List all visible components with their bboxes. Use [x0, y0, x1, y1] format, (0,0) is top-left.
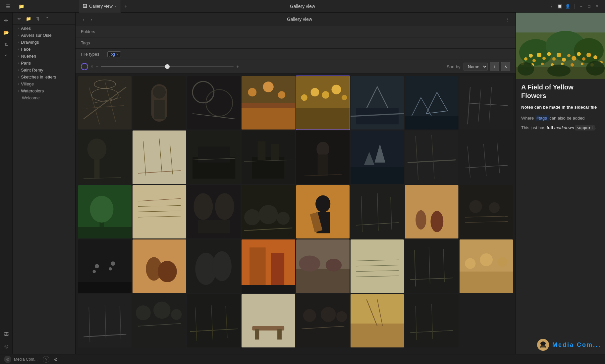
artwork-25[interactable] — [78, 239, 132, 293]
close-btn[interactable]: × — [594, 4, 600, 9]
artwork-31[interactable] — [405, 239, 458, 293]
artwork-39[interactable] — [405, 294, 458, 347]
nav-forward-btn[interactable]: › — [87, 15, 95, 23]
artwork-20[interactable] — [242, 185, 295, 238]
artwork-4[interactable] — [242, 76, 295, 130]
artwork-13[interactable] — [296, 130, 350, 184]
artwork-29[interactable] — [296, 239, 350, 293]
artwork-38[interactable] — [351, 294, 404, 347]
svg-rect-162 — [242, 294, 295, 347]
tree-item-auvers[interactable]: › Auvers sur Oise — [13, 32, 75, 39]
collapse-tree-btn[interactable]: ⌃ — [43, 15, 51, 23]
tree-item-sketches[interactable]: › Sketches in letters — [13, 74, 75, 80]
slider-minus-btn[interactable]: − — [96, 64, 98, 69]
sort-expand-btn[interactable]: ∧ — [501, 62, 510, 71]
gallery-tab-close[interactable]: × — [115, 4, 117, 8]
artwork-1[interactable] — [78, 76, 132, 130]
zoom-slider-track[interactable] — [101, 66, 234, 67]
person-icon[interactable]: 👤 — [565, 4, 570, 9]
tree-item-drawings[interactable]: › Drawings — [13, 39, 75, 46]
artwork-14[interactable] — [351, 130, 404, 184]
artwork-7[interactable] — [405, 76, 458, 130]
artwork-21[interactable] — [296, 185, 350, 238]
artwork-22[interactable] — [351, 185, 404, 238]
slider-plus-btn[interactable]: + — [236, 64, 239, 69]
artwork-16[interactable] — [460, 130, 513, 184]
explorer-icon-btn[interactable]: 📂 — [1, 27, 12, 38]
artwork-23[interactable] — [405, 185, 458, 238]
artwork-18[interactable] — [133, 185, 186, 238]
artwork-9[interactable] — [78, 130, 132, 184]
artwork-37[interactable] — [296, 294, 350, 347]
gallery-tab[interactable]: 🖼 Gallery view × — [79, 0, 121, 13]
filter-circle-btn[interactable] — [81, 63, 88, 70]
gallery-grid-container[interactable] — [76, 74, 516, 354]
tree-item-villege[interactable]: › Villege — [13, 80, 75, 87]
expand-icon-btn[interactable]: ⌃ — [1, 51, 12, 62]
jpg-filter-tag[interactable]: jpg× — [107, 51, 121, 57]
artwork-11[interactable] — [187, 130, 241, 184]
artwork-3[interactable] — [187, 76, 241, 130]
person-icon-btn[interactable]: ◎ — [1, 341, 12, 351]
tree-item-saint-remy[interactable]: › Saint Remy — [13, 67, 75, 74]
artwork-15[interactable] — [405, 130, 458, 184]
notes-icon-btn[interactable]: ✏ — [1, 15, 12, 26]
sort-select[interactable]: Name — [464, 63, 488, 71]
svg-point-191 — [557, 53, 561, 57]
titlebar-more[interactable]: ⋮ — [549, 4, 554, 9]
jpg-tag-remove[interactable]: × — [116, 52, 119, 57]
sidebar-toggle-btn[interactable]: ☰ — [3, 1, 13, 12]
sort-tree-btn[interactable]: ⇅ — [34, 15, 42, 23]
titlebar: ☰ 📁 🖼 Gallery view × + Gallery view ⋮ 🔲 … — [0, 0, 605, 13]
svg-rect-23 — [296, 108, 350, 130]
svg-point-110 — [469, 200, 482, 213]
slider-clear-btn[interactable]: × — [91, 64, 93, 69]
titlebar-left: ☰ 📁 — [3, 1, 79, 12]
artwork-30[interactable] — [351, 239, 404, 293]
sort-icon-btn[interactable]: ⇅ — [1, 39, 12, 50]
file-types-filter-row: File types jpg× — [76, 49, 516, 60]
artwork-28[interactable] — [242, 239, 295, 293]
help-btn[interactable]: ? — [43, 356, 49, 363]
artwork-26[interactable] — [133, 239, 186, 293]
sort-asc-btn[interactable]: ↑ — [490, 62, 499, 71]
artwork-12[interactable] — [242, 130, 295, 184]
artwork-10[interactable] — [133, 130, 186, 184]
artwork-27[interactable] — [187, 239, 241, 293]
tree-item-watercolors[interactable]: › Watercolors — [13, 87, 75, 94]
maximize-icon[interactable]: 🔲 — [557, 4, 562, 9]
image-icon-btn[interactable]: 🖼 — [1, 329, 12, 339]
tree-item-nuenen[interactable]: › Nuenen — [13, 53, 75, 60]
artwork-32[interactable] — [460, 239, 513, 293]
folders-label: Folders — [81, 29, 107, 34]
gallery-more-btn[interactable]: ⋮ — [504, 15, 512, 23]
artwork-2[interactable] — [133, 76, 186, 130]
artwork-8[interactable] — [460, 76, 513, 130]
tree-item-face[interactable]: › Face — [13, 46, 75, 53]
tags-highlight[interactable]: #tags — [535, 115, 549, 121]
tags-label: Tags — [81, 40, 107, 45]
folder-btn[interactable]: 📁 — [16, 1, 27, 12]
artwork-6[interactable] — [351, 76, 404, 130]
artwork-17[interactable] — [78, 185, 132, 238]
tree-item-welcome[interactable]: Welcome — [13, 94, 75, 101]
minimize-btn[interactable]: − — [578, 4, 584, 9]
tree-item-arles[interactable]: › Arles — [13, 25, 75, 32]
vault-label[interactable]: Media Com... — [14, 357, 37, 362]
new-note-btn[interactable]: ✏ — [15, 15, 23, 23]
svg-point-87 — [193, 193, 213, 220]
tree-item-paris[interactable]: › Paris — [13, 60, 75, 67]
artwork-19[interactable] — [187, 185, 241, 238]
nav-back-btn[interactable]: ‹ — [80, 15, 87, 23]
add-tab-btn[interactable]: + — [121, 3, 131, 9]
artwork-36[interactable] — [242, 294, 295, 347]
new-folder-btn[interactable]: 📁 — [25, 15, 32, 23]
slider-thumb[interactable] — [165, 64, 170, 69]
artwork-33[interactable] — [78, 294, 132, 347]
artwork-34[interactable] — [133, 294, 186, 347]
settings-btn[interactable]: ⚙ — [52, 356, 59, 363]
artwork-35[interactable] — [187, 294, 241, 347]
artwork-5-selected[interactable] — [296, 76, 350, 130]
restore-btn[interactable]: □ — [586, 4, 592, 9]
artwork-24[interactable] — [460, 185, 513, 238]
